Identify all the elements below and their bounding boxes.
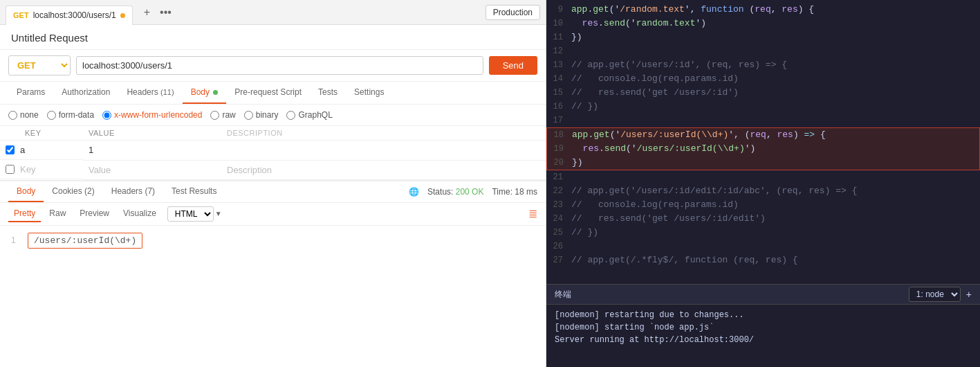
tab-params[interactable]: Params bbox=[8, 82, 53, 104]
globe-icon: 🌐 bbox=[409, 187, 419, 197]
line-number-22: 22 bbox=[546, 184, 571, 198]
line-number-18: 18 bbox=[547, 128, 572, 142]
row-checkbox[interactable] bbox=[6, 145, 15, 154]
more-options-button[interactable]: ••• bbox=[157, 5, 174, 20]
code-line-26: 26 bbox=[546, 240, 980, 253]
line-number-13: 13 bbox=[546, 58, 571, 72]
code-line-12: 12 bbox=[546, 44, 980, 58]
resp-tab-test-results[interactable]: Test Results bbox=[163, 181, 225, 202]
code-line-27: 27// app.get(/.*fly$/, function (req, re… bbox=[546, 253, 980, 267]
terminal-node-select[interactable]: 1: node bbox=[909, 287, 961, 302]
radio-raw[interactable]: raw bbox=[210, 110, 235, 120]
desc-cell bbox=[221, 141, 546, 161]
url-input[interactable]: localhost:3000/users/1 bbox=[76, 56, 483, 75]
fmt-visualize[interactable]: Visualize bbox=[118, 206, 162, 222]
code-line-19: 19 res.send('/users/:userId(\\d+)') bbox=[546, 142, 980, 156]
line-content-18: app.get('/users/:userId(\\d+)', (req, re… bbox=[572, 128, 979, 142]
line-number-24: 24 bbox=[546, 212, 571, 226]
line-content-16: // }) bbox=[571, 100, 980, 114]
code-line-18: 18app.get('/users/:userId(\\d+)', (req, … bbox=[546, 127, 980, 142]
resp-format-bar: Pretty Raw Preview Visualize HTML JSON T… bbox=[0, 203, 546, 226]
new-tab-button[interactable]: + bbox=[141, 5, 153, 20]
line-number-17: 17 bbox=[546, 114, 571, 127]
terminal-add-button[interactable]: + bbox=[966, 289, 972, 300]
format-select-wrapper: HTML JSON Text ▼ bbox=[167, 206, 222, 222]
tab-bar: GET localhost:3000/users/1 + ••• Product… bbox=[0, 0, 546, 25]
line-content-14: // console.log(req.params.id) bbox=[571, 72, 980, 86]
resp-body-line: 1 /users/:userId(\d+) bbox=[11, 233, 535, 249]
fmt-raw[interactable]: Raw bbox=[44, 206, 71, 222]
code-editor-panel: 9app.get('/random.text', function (req, … bbox=[546, 0, 980, 367]
request-tab[interactable]: GET localhost:3000/users/1 bbox=[6, 6, 133, 25]
line-number-12: 12 bbox=[546, 44, 571, 58]
code-line-14: 14// console.log(req.params.id) bbox=[546, 72, 980, 86]
resp-tab-body[interactable]: Body bbox=[8, 181, 44, 202]
tab-pre-request[interactable]: Pre-request Script bbox=[226, 82, 310, 104]
code-line-9: 9app.get('/random.text', function (req, … bbox=[546, 3, 980, 17]
line-number-26: 26 bbox=[546, 240, 571, 253]
table-row-new: Key Value Description bbox=[0, 160, 546, 179]
response-section: Body Cookies (2) Headers (7) Test Result… bbox=[0, 180, 546, 368]
terminal-line: [nodemon] restarting due to changes... bbox=[555, 309, 972, 321]
line-number-25: 25 bbox=[546, 226, 571, 240]
new-desc-placeholder: Description bbox=[227, 165, 272, 175]
radio-none[interactable]: none bbox=[8, 110, 39, 120]
time-badge: Time: 18 ms bbox=[492, 187, 537, 197]
beautify-button[interactable]: ≣ bbox=[528, 207, 537, 220]
method-select[interactable]: GET POST PUT DELETE bbox=[8, 55, 71, 75]
kv-table: KEY VALUE DESCRIPTION a 1 bbox=[0, 126, 546, 180]
request-title-bar: Untitled Request bbox=[0, 25, 546, 50]
resp-tab-cookies[interactable]: Cookies (2) bbox=[44, 181, 102, 202]
code-line-21: 21 bbox=[546, 170, 980, 184]
tab-url: localhost:3000/users/1 bbox=[33, 10, 116, 20]
value-cell: 1 bbox=[83, 141, 221, 161]
line-content-20: }) bbox=[572, 156, 979, 170]
line-number-23: 23 bbox=[546, 198, 571, 212]
tab-body[interactable]: Body bbox=[183, 82, 227, 104]
tab-settings[interactable]: Settings bbox=[346, 82, 392, 104]
line-number-21: 21 bbox=[546, 170, 571, 184]
terminal-line: Server running at http://localhost:3000/ bbox=[555, 334, 972, 346]
code-line-10: 10 res.send('random.text') bbox=[546, 17, 980, 30]
col-key: KEY bbox=[0, 126, 83, 141]
line-content-22: // app.get('/users/:id/edit/:id/abc', (r… bbox=[571, 184, 980, 198]
fmt-pretty[interactable]: Pretty bbox=[8, 206, 41, 222]
code-line-23: 23// console.log(req.params.id) bbox=[546, 198, 980, 212]
tab-headers[interactable]: Headers (11) bbox=[118, 82, 182, 104]
new-key-cell: Key bbox=[0, 160, 83, 179]
radio-urlencoded[interactable]: x-www-form-urlencoded bbox=[102, 110, 202, 120]
line-number-9: 9 bbox=[546, 3, 571, 17]
line-content-24: // res.send('get /users/:id/edit') bbox=[571, 212, 980, 226]
code-line-16: 16// }) bbox=[546, 100, 980, 114]
code-line-17: 17 bbox=[546, 114, 980, 127]
line-number-20: 20 bbox=[547, 156, 572, 170]
body-options: none form-data x-www-form-urlencoded raw… bbox=[0, 105, 546, 126]
response-body: 1 /users/:userId(\d+) bbox=[0, 226, 546, 368]
fmt-preview[interactable]: Preview bbox=[74, 206, 115, 222]
radio-binary[interactable]: binary bbox=[244, 110, 279, 120]
resp-tab-headers[interactable]: Headers (7) bbox=[103, 181, 163, 202]
radio-graphql[interactable]: GraphQL bbox=[286, 110, 332, 120]
radio-form-data[interactable]: form-data bbox=[47, 110, 94, 120]
line-content-9: app.get('/random.text', function (req, r… bbox=[571, 3, 980, 17]
new-row-checkbox[interactable] bbox=[6, 165, 15, 174]
terminal-line: [nodemon] starting `node app.js` bbox=[555, 321, 972, 334]
send-button[interactable]: Send bbox=[489, 56, 537, 75]
line-content-13: // app.get('/users/:id', (req, res) => { bbox=[571, 58, 980, 72]
url-bar: GET POST PUT DELETE localhost:3000/users… bbox=[0, 50, 546, 82]
tab-tests[interactable]: Tests bbox=[310, 82, 346, 104]
col-value: VALUE bbox=[83, 126, 221, 141]
format-select[interactable]: HTML JSON Text bbox=[167, 206, 214, 222]
production-button[interactable]: Production bbox=[486, 5, 540, 20]
postman-panel: GET localhost:3000/users/1 + ••• Product… bbox=[0, 0, 546, 367]
col-description: DESCRIPTION bbox=[221, 126, 546, 141]
line-number-27: 27 bbox=[546, 253, 571, 267]
tab-authorization[interactable]: Authorization bbox=[53, 82, 118, 104]
line-number-10: 10 bbox=[546, 17, 571, 30]
request-title: Untitled Request bbox=[11, 32, 535, 44]
response-meta: 🌐 Status: 200 OK Time: 18 ms bbox=[409, 187, 537, 197]
line-content-25: // }) bbox=[571, 226, 980, 240]
terminal-header: 终端 1: node + bbox=[546, 285, 980, 305]
line-number: 1 bbox=[11, 235, 22, 245]
line-number-16: 16 bbox=[546, 100, 571, 114]
